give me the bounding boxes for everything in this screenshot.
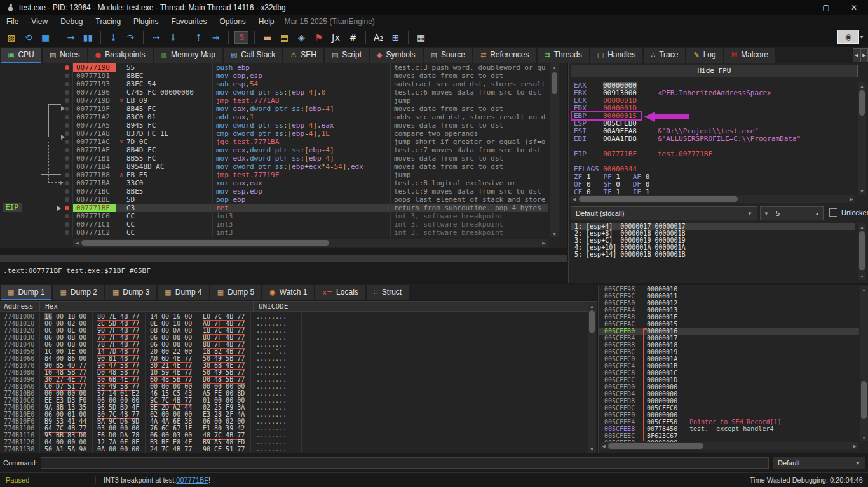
scroll-left-button[interactable]	[571, 195, 578, 203]
stack-row[interactable]: 005CFEC00000001A	[599, 356, 859, 363]
stack-row[interactable]: 005CFEE4005CFF50Pointer to SEH_Record[1]	[599, 418, 859, 425]
breakpoint-gutter-cell[interactable]	[61, 163, 73, 171]
font-button[interactable]: A₂	[370, 30, 387, 45]
animate-script-button[interactable]: S	[234, 31, 248, 44]
dump-tab-locals[interactable]: x=Locals	[315, 285, 365, 300]
dump-row[interactable]: 774B107090 B5 4D 7790 47 5B 7730 21 4E 7…	[0, 362, 585, 369]
attach-button[interactable]: ⊞	[387, 30, 404, 45]
tab-symbols[interactable]: ◆Symbols	[370, 48, 422, 63]
argument-count-stepper[interactable]: ▼ 5 ▲	[760, 206, 824, 220]
open-file-button[interactable]: ▨	[3, 30, 20, 45]
dump-row[interactable]: 774B104006 00 08 0078 7F 4B 7706 00 08 0…	[0, 341, 585, 348]
disasm-row[interactable]: 007771A283C0 01add eax,1adds src and dst…	[61, 113, 548, 121]
menu-debug[interactable]: Debug	[54, 16, 89, 27]
stack-arg-row[interactable]: 3: [esp+C] 00000019 00000019	[571, 237, 855, 244]
breakpoint-gutter-cell[interactable]	[61, 179, 73, 187]
menu-plugins[interactable]: Plugins	[127, 16, 165, 27]
stack-row[interactable]: 005CFEA000000012	[599, 300, 859, 307]
execute-till-return-button[interactable]: ⇢	[147, 30, 165, 45]
dump-tab-dump-2[interactable]: ▦Dump 2	[53, 285, 104, 300]
scroll-down-button[interactable]	[588, 445, 596, 453]
registers-vertical-scrollbar[interactable]	[858, 82, 866, 195]
breakpoint-gutter-cell[interactable]	[61, 113, 73, 121]
stack-row[interactable]: 005CFEE000000000	[599, 411, 859, 418]
disasm-row[interactable]: 007771C2CCint3int 3. software breakpoint	[61, 229, 548, 237]
label-button[interactable]: ◈	[293, 30, 310, 45]
menu-help[interactable]: Help	[252, 16, 281, 27]
maximize-button[interactable]: ▢	[812, 0, 840, 15]
disasm-row[interactable]: 007771B489548D ACmov dword ptr ss:[ebp+e…	[61, 163, 548, 171]
stack-vertical-scrollbar[interactable]	[860, 286, 868, 441]
disasm-row[interactable]: 007771AC∨7D 0Cjge test.7771BAjump short …	[61, 138, 548, 146]
breakpoint-gutter-cell[interactable]	[61, 220, 73, 229]
scroll-up-button[interactable]	[858, 223, 866, 230]
scroll-left-button[interactable]	[600, 442, 607, 450]
scroll-right-button[interactable]	[540, 239, 548, 247]
bookmark-button[interactable]: ⚑	[310, 30, 327, 45]
scrollbar-thumb[interactable]	[861, 381, 867, 419]
hash-button[interactable]: #	[344, 30, 362, 45]
breakpoint-gutter-cell[interactable]	[61, 204, 73, 212]
stack-arg-row[interactable]: 5: [esp+14] 0000001B 0000001B	[571, 251, 855, 258]
stack-row[interactable]: 005CFEB000000016	[599, 328, 859, 335]
dump-row[interactable]: 774B108010 48 5B 77D0 48 5B 7710 59 4E 7…	[0, 369, 585, 376]
disasm-row[interactable]: 007771C1CCint3int 3, software breakpoint	[61, 220, 548, 229]
dump-tab-dump-1[interactable]: ▦Dump 1	[1, 285, 51, 300]
breakpoint-gutter-cell[interactable]	[61, 196, 73, 204]
breakpoint-gutter-cell[interactable]	[61, 121, 73, 130]
scroll-down-button[interactable]	[858, 187, 866, 195]
breakpoint-gutter-cell[interactable]	[61, 80, 73, 88]
disasm-row[interactable]: 007771B18B55 FCmov edx,dword ptr ss:[ebp…	[61, 154, 548, 163]
scrollbar-thumb[interactable]	[579, 196, 738, 202]
stop-button[interactable]: ■	[37, 30, 54, 45]
step-into-source-button[interactable]: ⇥	[207, 30, 224, 45]
scroll-left-button[interactable]	[73, 239, 81, 247]
dump-row[interactable]: 774B113050 A1 5A 9A0A 00 00 0024 7C 4B 7…	[0, 446, 585, 453]
minimize-button[interactable]: –	[784, 0, 812, 15]
stack-row[interactable]: 005CFE9C00000011	[599, 293, 859, 300]
menu-favourites[interactable]: Favourites	[165, 16, 213, 27]
patch-button[interactable]: ▬	[259, 30, 276, 45]
registers-horizontal-scrollbar[interactable]	[571, 195, 855, 203]
scrollbar-thumb[interactable]	[608, 443, 703, 449]
dump-row[interactable]: 774B10B000 00 00 0057 14 01 E246 15 C5 4…	[0, 390, 585, 397]
stack-row[interactable]: 005CFEAC00000015	[599, 321, 859, 328]
menu-view[interactable]: View	[25, 16, 54, 27]
scroll-right-button[interactable]	[851, 442, 858, 450]
dump-tab-watch-1[interactable]: ◉Watch 1	[262, 285, 314, 300]
disasm-row[interactable]: 007771BE5Dpop ebppops last element of st…	[61, 196, 548, 204]
disassembly-vertical-scrollbar[interactable]	[550, 63, 559, 237]
stack-row[interactable]: 005CFECC0000001D	[599, 377, 859, 384]
dump-tab-dump-5[interactable]: ▦Dump 5	[210, 285, 261, 300]
scrollbar-thumb[interactable]	[859, 90, 865, 116]
stack-arg-row[interactable]: 4: [esp+10] 0000001A 0000001A	[571, 244, 855, 251]
breakpoint-gutter-cell[interactable]	[61, 72, 73, 80]
hide-fpu-button[interactable]: Hide FPU	[571, 65, 858, 77]
scrollbar-thumb[interactable]	[552, 72, 557, 94]
disasm-row[interactable]: 0077719383EC 54sub esp,54substract src a…	[61, 80, 548, 88]
dump-row[interactable]: 774B10F0B9 53 41 44BA 9C D6 9D4A 4A 6E 3…	[0, 418, 585, 425]
disasm-row[interactable]: 007771AE8B4D FCmov ecx,dword ptr ss:[ebp…	[61, 146, 548, 154]
stack-arg-row[interactable]: 2: [esp+8] 00000018 00000018	[571, 230, 855, 237]
disasm-row[interactable]: 007771C0CCint3int 3, software breakpoint	[61, 212, 548, 220]
stack-row[interactable]: 005CFEC40000001B	[599, 363, 859, 370]
stepper-down-icon[interactable]: ▼	[761, 211, 772, 217]
menu-file[interactable]: File	[0, 16, 25, 27]
menu-tracing[interactable]: Tracing	[90, 16, 128, 27]
stack-horizontal-scrollbar[interactable]	[600, 442, 858, 450]
comment-button[interactable]: ▤	[276, 30, 293, 45]
arguments-vertical-scrollbar[interactable]	[858, 223, 866, 280]
run-to-user-code-button[interactable]: ⇡	[190, 30, 207, 45]
register-row[interactable]: EIP007771BFtest.007771BF	[574, 150, 853, 158]
breakpoint-gutter-cell[interactable]	[61, 212, 73, 220]
tab-scroll-right-button[interactable]: ▶	[860, 48, 868, 62]
breakpoint-gutter-cell[interactable]	[61, 130, 73, 138]
disasm-row[interactable]: 007771BC8BE5mov esp,ebptest.c:9 moves da…	[61, 187, 548, 196]
disasm-row[interactable]: 00777196C745 FC 00000000mov dword ptr ss…	[61, 88, 548, 97]
command-profile-select[interactable]: Default ▼	[773, 457, 865, 469]
dump-row[interactable]: 774B101000 00 02 002C 5D 4B 770E 00 10 0…	[0, 320, 585, 327]
restart-button[interactable]: ⟲	[20, 30, 37, 45]
tab-trace[interactable]: ∴Trace	[644, 48, 685, 63]
dump-row[interactable]: 774B109030 27 4E 7730 6B 4E 7760 48 5B 7…	[0, 376, 585, 383]
disasm-row[interactable]: 0077719055push ebptest.c:3 push word, do…	[61, 63, 548, 72]
